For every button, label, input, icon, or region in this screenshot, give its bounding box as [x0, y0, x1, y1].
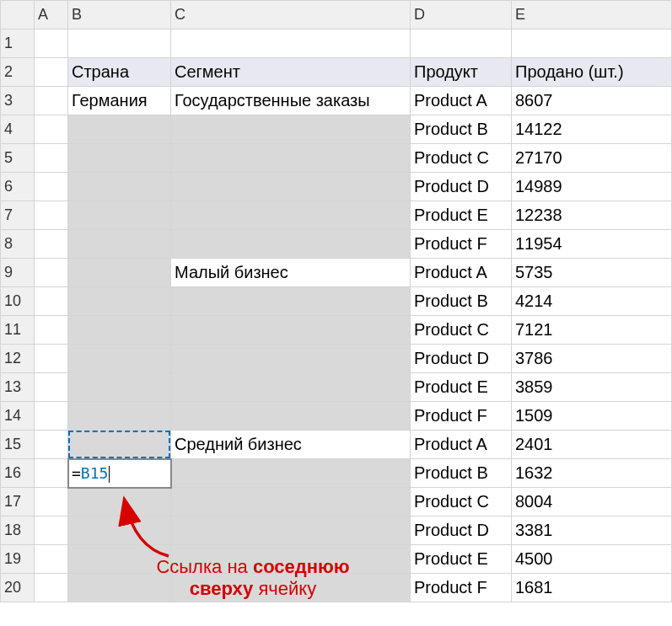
- cell-B17[interactable]: [68, 488, 171, 516]
- cell-E1[interactable]: [512, 29, 672, 58]
- cell-E9[interactable]: 5735: [512, 259, 672, 287]
- cell-E10[interactable]: 4214: [512, 287, 672, 316]
- cell-A14[interactable]: [35, 402, 68, 431]
- cell-D7[interactable]: Product E: [411, 201, 512, 230]
- cell-B12[interactable]: [68, 345, 171, 373]
- cell-E11[interactable]: 7121: [512, 316, 672, 345]
- row-header-17[interactable]: 17: [1, 488, 35, 516]
- row-header-13[interactable]: 13: [1, 373, 35, 402]
- cell-D15[interactable]: Product A: [411, 431, 512, 459]
- cell-A9[interactable]: [35, 259, 68, 287]
- cell-E14[interactable]: 1509: [512, 402, 672, 431]
- cell-E18[interactable]: 3381: [512, 516, 672, 545]
- cell-D2[interactable]: Продукт: [411, 58, 512, 87]
- cell-D17[interactable]: Product C: [411, 488, 512, 516]
- cell-A10[interactable]: [35, 287, 68, 316]
- col-header-C[interactable]: C: [171, 1, 411, 29]
- cell-C14[interactable]: [171, 402, 411, 431]
- cell-C10[interactable]: [171, 287, 411, 316]
- cell-D19[interactable]: Product E: [411, 545, 512, 574]
- cell-E17[interactable]: 8004: [512, 488, 672, 516]
- cell-A20[interactable]: [35, 574, 68, 602]
- row-header-4[interactable]: 4: [1, 115, 35, 144]
- cell-D5[interactable]: Product C: [411, 144, 512, 173]
- cell-D1[interactable]: [411, 29, 512, 58]
- cell-A7[interactable]: [35, 201, 68, 230]
- cell-C12[interactable]: [171, 345, 411, 373]
- row-header-2[interactable]: 2: [1, 58, 35, 87]
- cell-B4[interactable]: [68, 115, 171, 144]
- cell-C19[interactable]: [171, 545, 411, 574]
- cell-A11[interactable]: [35, 316, 68, 345]
- cell-B7[interactable]: [68, 201, 171, 230]
- cell-E13[interactable]: 3859: [512, 373, 672, 402]
- row-header-8[interactable]: 8: [1, 230, 35, 259]
- cell-A1[interactable]: [35, 29, 68, 58]
- cell-B11[interactable]: [68, 316, 171, 345]
- cell-D10[interactable]: Product B: [411, 287, 512, 316]
- row-header-11[interactable]: 11: [1, 316, 35, 345]
- cell-C16[interactable]: [171, 459, 411, 488]
- cell-C17[interactable]: [171, 488, 411, 516]
- cell-A4[interactable]: [35, 115, 68, 144]
- cell-B2[interactable]: Страна: [68, 58, 171, 87]
- row-header-7[interactable]: 7: [1, 201, 35, 230]
- cell-C6[interactable]: [171, 173, 411, 201]
- cell-A19[interactable]: [35, 545, 68, 574]
- cell-D13[interactable]: Product E: [411, 373, 512, 402]
- cell-A16[interactable]: [35, 459, 68, 488]
- cell-D3[interactable]: Product A: [411, 87, 512, 115]
- row-header-20[interactable]: 20: [1, 574, 35, 602]
- cell-B3[interactable]: Германия: [68, 87, 171, 115]
- row-header-15[interactable]: 15: [1, 431, 35, 459]
- cell-E15[interactable]: 2401: [512, 431, 672, 459]
- cell-D6[interactable]: Product D: [411, 173, 512, 201]
- row-header-18[interactable]: 18: [1, 516, 35, 545]
- select-all-corner[interactable]: [1, 1, 35, 29]
- cell-B5[interactable]: [68, 144, 171, 173]
- cell-E6[interactable]: 14989: [512, 173, 672, 201]
- cell-E16[interactable]: 1632: [512, 459, 672, 488]
- cell-D9[interactable]: Product A: [411, 259, 512, 287]
- cell-C11[interactable]: [171, 316, 411, 345]
- cell-A13[interactable]: [35, 373, 68, 402]
- row-header-14[interactable]: 14: [1, 402, 35, 431]
- cell-A5[interactable]: [35, 144, 68, 173]
- cell-E20[interactable]: 1681: [512, 574, 672, 602]
- cell-E5[interactable]: 27170: [512, 144, 672, 173]
- row-header-19[interactable]: 19: [1, 545, 35, 574]
- cell-B9[interactable]: [68, 259, 171, 287]
- col-header-B[interactable]: B: [68, 1, 171, 29]
- row-header-1[interactable]: 1: [1, 29, 35, 58]
- col-header-D[interactable]: D: [411, 1, 512, 29]
- cell-C4[interactable]: [171, 115, 411, 144]
- cell-D18[interactable]: Product D: [411, 516, 512, 545]
- cell-A2[interactable]: [35, 58, 68, 87]
- cell-B16[interactable]: =B15: [68, 459, 171, 488]
- cell-C13[interactable]: [171, 373, 411, 402]
- row-header-12[interactable]: 12: [1, 345, 35, 373]
- cell-B15[interactable]: [68, 431, 171, 459]
- cell-A15[interactable]: [35, 431, 68, 459]
- cell-B18[interactable]: [68, 516, 171, 545]
- cell-D12[interactable]: Product D: [411, 345, 512, 373]
- cell-A6[interactable]: [35, 173, 68, 201]
- cell-E8[interactable]: 11954: [512, 230, 672, 259]
- row-header-9[interactable]: 9: [1, 259, 35, 287]
- cell-C5[interactable]: [171, 144, 411, 173]
- row-header-10[interactable]: 10: [1, 287, 35, 316]
- cell-C8[interactable]: [171, 230, 411, 259]
- cell-E7[interactable]: 12238: [512, 201, 672, 230]
- cell-A17[interactable]: [35, 488, 68, 516]
- cell-C1[interactable]: [171, 29, 411, 58]
- cell-C3[interactable]: Государственные заказы: [171, 87, 411, 115]
- cell-B19[interactable]: [68, 545, 171, 574]
- cell-B13[interactable]: [68, 373, 171, 402]
- cell-D8[interactable]: Product F: [411, 230, 512, 259]
- cell-D16[interactable]: Product B: [411, 459, 512, 488]
- cell-A8[interactable]: [35, 230, 68, 259]
- cell-A3[interactable]: [35, 87, 68, 115]
- cell-D20[interactable]: Product F: [411, 574, 512, 602]
- cell-B10[interactable]: [68, 287, 171, 316]
- cell-A18[interactable]: [35, 516, 68, 545]
